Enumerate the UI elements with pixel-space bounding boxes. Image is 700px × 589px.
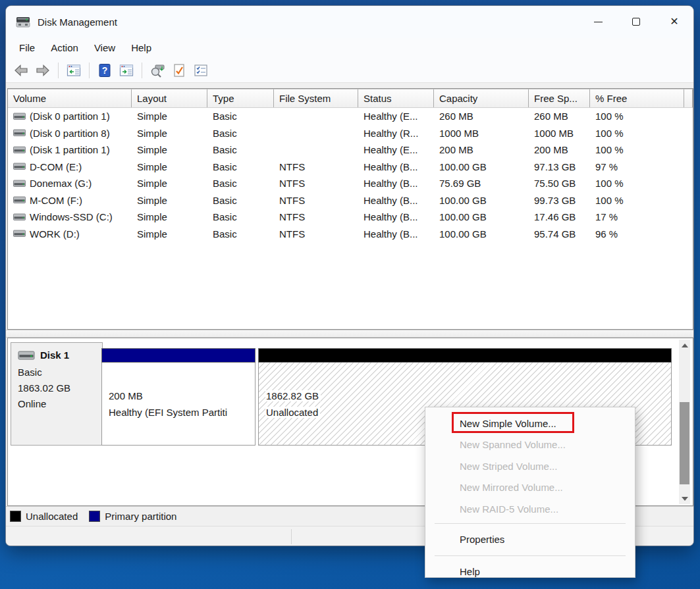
menu-separator: [435, 555, 626, 556]
type-cell: Basic: [207, 178, 274, 189]
free-cell: 260 MB: [529, 111, 590, 122]
menu-item-new-striped-volume: New Striped Volume...: [425, 455, 635, 477]
volume-cell: (Disk 0 partition 8): [8, 128, 132, 139]
unallocated-color-bar: [258, 348, 672, 363]
scrollbar-thumb[interactable]: [680, 402, 689, 484]
menu-item-help[interactable]: Help: [425, 559, 635, 584]
volume-table-header: Volume Layout Type File System Status Ca…: [8, 89, 693, 108]
partition-context-menu: New Simple Volume... New Spanned Volume.…: [425, 407, 635, 578]
layout-cell: Simple: [132, 111, 207, 122]
close-button[interactable]: ✕: [655, 6, 693, 38]
volume-cell: D-COM (E:): [8, 161, 132, 172]
layout-cell: Simple: [132, 128, 207, 139]
show-action-pane-icon: [119, 63, 134, 78]
table-row[interactable]: Windows-SSD (C:) Simple Basic NTFS Healt…: [8, 209, 693, 226]
header-volume[interactable]: Volume: [8, 89, 132, 107]
menu-item-properties[interactable]: Properties: [425, 527, 635, 552]
pct-cell: 100 %: [590, 111, 684, 122]
toolbar-separator: [58, 63, 59, 78]
table-row[interactable]: (Disk 0 partition 1) Simple Basic Health…: [8, 108, 693, 125]
show-console-tree-icon: [66, 63, 82, 78]
status-cell: Healthy (E...: [358, 144, 434, 155]
back-button[interactable]: [11, 61, 31, 80]
disk-size: 1863.02 GB: [18, 380, 102, 396]
capacity-cell: 1000 MB: [434, 128, 529, 139]
show-console-tree-button[interactable]: [64, 61, 84, 80]
volume-cell: Donemax (G:): [8, 178, 132, 189]
scroll-down-button[interactable]: [679, 493, 690, 504]
table-row[interactable]: D-COM (E:) Simple Basic NTFS Healthy (B.…: [8, 159, 693, 176]
free-cell: 200 MB: [529, 144, 590, 155]
check-document-button[interactable]: [169, 61, 189, 80]
menu-item-new-spanned-volume: New Spanned Volume...: [425, 434, 635, 456]
minimize-button[interactable]: [579, 6, 617, 38]
free-cell: 99.73 GB: [529, 195, 590, 206]
menu-item-new-raid5-volume: New RAID-5 Volume...: [425, 498, 635, 520]
table-row[interactable]: WORK (D:) Simple Basic NTFS Healthy (B..…: [8, 226, 693, 243]
back-arrow-icon: [13, 63, 29, 78]
show-action-pane-button[interactable]: [117, 61, 136, 80]
layout-cell: Simple: [132, 144, 207, 155]
disk1-info-panel[interactable]: Disk 1 Basic 1863.02 GB Online: [11, 342, 103, 446]
disk-icon: [18, 350, 35, 361]
unallocated-label: Unallocated: [265, 407, 320, 418]
menu-help[interactable]: Help: [123, 39, 159, 56]
type-cell: Basic: [207, 161, 274, 172]
header-type[interactable]: Type: [207, 89, 274, 107]
rescan-disks-button[interactable]: [148, 61, 167, 80]
header-file-system[interactable]: File System: [274, 89, 358, 107]
type-cell: Basic: [207, 195, 274, 206]
volume-cell: Windows-SSD (C:): [8, 211, 132, 222]
type-cell: Basic: [207, 228, 274, 240]
checklist-button[interactable]: [191, 61, 211, 80]
free-cell: 75.50 GB: [529, 178, 590, 189]
close-icon: ✕: [670, 16, 678, 27]
fs-cell: NTFS: [274, 161, 358, 172]
help-button[interactable]: ?: [95, 61, 115, 80]
table-row[interactable]: (Disk 0 partition 8) Simple Basic Health…: [8, 125, 693, 142]
scroll-up-icon: [682, 344, 688, 347]
legend-unallocated: Unallocated: [26, 511, 78, 522]
menu-file[interactable]: File: [11, 39, 43, 56]
table-row[interactable]: (Disk 1 partition 1) Simple Basic Health…: [8, 141, 693, 159]
menu-bar: File Action View Help: [6, 38, 693, 58]
pct-cell: 100 %: [590, 144, 684, 155]
capacity-cell: 75.69 GB: [434, 178, 529, 189]
help-icon: ?: [97, 63, 113, 78]
volume-drive-icon: [13, 146, 26, 154]
graph-pane-scrollbar[interactable]: [679, 340, 690, 504]
scroll-up-button[interactable]: [679, 340, 690, 351]
table-row[interactable]: Donemax (G:) Simple Basic NTFS Healthy (…: [8, 175, 693, 192]
pct-cell: 96 %: [590, 228, 684, 240]
status-cell: Healthy (B...: [358, 161, 434, 172]
efi-partition-block[interactable]: 200 MB Healthy (EFI System Partiti: [101, 348, 256, 447]
volume-cell: (Disk 1 partition 1): [8, 144, 132, 155]
menu-view[interactable]: View: [86, 39, 123, 56]
maximize-button[interactable]: [617, 6, 655, 38]
title-bar[interactable]: Disk Management ✕: [6, 6, 693, 38]
fs-cell: NTFS: [274, 228, 358, 240]
type-cell: Basic: [207, 211, 274, 222]
menu-item-new-simple-volume[interactable]: New Simple Volume...: [425, 413, 635, 434]
header-status[interactable]: Status: [358, 89, 434, 107]
header-capacity[interactable]: Capacity: [434, 89, 529, 107]
status-cell: Healthy (B...: [358, 178, 434, 189]
header-layout[interactable]: Layout: [132, 89, 207, 107]
forward-button[interactable]: [33, 61, 53, 80]
volume-cell: (Disk 0 partition 1): [8, 111, 132, 122]
header-pct-free[interactable]: % Free: [590, 89, 684, 107]
pane-splitter[interactable]: [6, 330, 693, 338]
table-row[interactable]: M-COM (F:) Simple Basic NTFS Healthy (B.…: [8, 192, 693, 209]
efi-partition-size: 200 MB: [109, 388, 255, 404]
free-cell: 17.46 GB: [529, 211, 590, 222]
disk-status: Online: [18, 396, 102, 412]
header-free-space[interactable]: Free Sp...: [529, 89, 590, 107]
fs-cell: NTFS: [274, 178, 358, 189]
status-cell: Healthy (E...: [358, 111, 434, 122]
volume-list-pane: Volume Layout Type File System Status Ca…: [7, 88, 693, 330]
status-cell: Healthy (R...: [358, 128, 434, 139]
menu-action[interactable]: Action: [43, 39, 86, 56]
efi-partition-color-bar: [101, 348, 256, 363]
volume-drive-icon: [13, 180, 26, 188]
pct-cell: 100 %: [590, 195, 684, 206]
